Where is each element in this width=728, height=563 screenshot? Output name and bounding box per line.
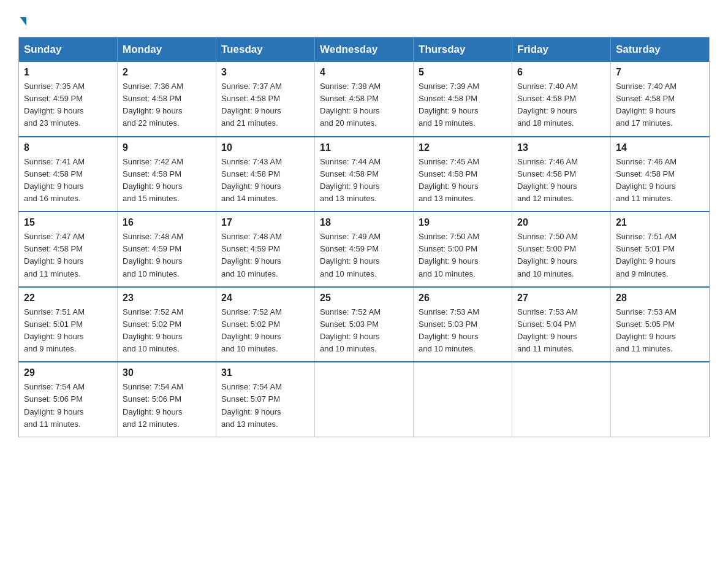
header-row: Sunday Monday Tuesday Wednesday Thursday… — [19, 37, 710, 63]
day-info: Sunrise: 7:35 AMSunset: 4:59 PMDaylight:… — [24, 80, 112, 130]
calendar-cell — [414, 362, 512, 437]
day-info: Sunrise: 7:46 AMSunset: 4:58 PMDaylight:… — [616, 156, 704, 205]
day-info: Sunrise: 7:36 AMSunset: 4:58 PMDaylight:… — [123, 80, 211, 130]
calendar-cell: 22 Sunrise: 7:51 AMSunset: 5:01 PMDaylig… — [19, 287, 118, 362]
day-info: Sunrise: 7:37 AMSunset: 4:58 PMDaylight:… — [221, 80, 309, 130]
calendar-cell — [512, 362, 611, 437]
calendar-cell — [315, 362, 414, 437]
day-info: Sunrise: 7:43 AMSunset: 4:58 PMDaylight:… — [221, 156, 309, 205]
calendar-cell: 2 Sunrise: 7:36 AMSunset: 4:58 PMDayligh… — [118, 62, 216, 137]
day-info: Sunrise: 7:39 AMSunset: 4:58 PMDaylight:… — [419, 80, 507, 130]
calendar-cell: 18 Sunrise: 7:49 AMSunset: 4:59 PMDaylig… — [315, 212, 414, 287]
day-info: Sunrise: 7:51 AMSunset: 5:01 PMDaylight:… — [24, 306, 112, 356]
day-number: 15 — [24, 217, 112, 228]
day-number: 18 — [320, 217, 408, 228]
day-number: 30 — [123, 367, 211, 378]
calendar-cell: 14 Sunrise: 7:46 AMSunset: 4:58 PMDaylig… — [611, 137, 710, 212]
day-info: Sunrise: 7:51 AMSunset: 5:01 PMDaylight:… — [616, 231, 704, 280]
calendar-cell: 15 Sunrise: 7:47 AMSunset: 4:58 PMDaylig… — [19, 212, 118, 287]
calendar-cell: 27 Sunrise: 7:53 AMSunset: 5:04 PMDaylig… — [512, 287, 611, 362]
calendar-cell: 26 Sunrise: 7:53 AMSunset: 5:03 PMDaylig… — [414, 287, 512, 362]
logo-arrow-icon — [20, 17, 26, 26]
day-number: 4 — [320, 67, 408, 78]
calendar-cell: 24 Sunrise: 7:52 AMSunset: 5:02 PMDaylig… — [216, 287, 315, 362]
day-number: 10 — [221, 142, 309, 153]
day-number: 6 — [517, 67, 605, 78]
logo — [18, 12, 26, 26]
calendar-cell: 19 Sunrise: 7:50 AMSunset: 5:00 PMDaylig… — [414, 212, 512, 287]
day-info: Sunrise: 7:40 AMSunset: 4:58 PMDaylight:… — [616, 80, 704, 130]
calendar-cell: 1 Sunrise: 7:35 AMSunset: 4:59 PMDayligh… — [19, 62, 118, 137]
calendar-cell: 28 Sunrise: 7:53 AMSunset: 5:05 PMDaylig… — [611, 287, 710, 362]
day-info: Sunrise: 7:52 AMSunset: 5:03 PMDaylight:… — [320, 306, 408, 356]
day-info: Sunrise: 7:47 AMSunset: 4:58 PMDaylight:… — [24, 231, 112, 280]
day-number: 24 — [221, 293, 309, 304]
calendar-cell: 13 Sunrise: 7:46 AMSunset: 4:58 PMDaylig… — [512, 137, 611, 212]
calendar-cell: 3 Sunrise: 7:37 AMSunset: 4:58 PMDayligh… — [216, 62, 315, 137]
day-number: 14 — [616, 142, 704, 153]
calendar-cell: 6 Sunrise: 7:40 AMSunset: 4:58 PMDayligh… — [512, 62, 611, 137]
day-number: 29 — [24, 367, 112, 378]
day-info: Sunrise: 7:53 AMSunset: 5:04 PMDaylight:… — [517, 306, 605, 356]
calendar-cell: 11 Sunrise: 7:44 AMSunset: 4:58 PMDaylig… — [315, 137, 414, 212]
page-header — [18, 12, 710, 26]
day-info: Sunrise: 7:44 AMSunset: 4:58 PMDaylight:… — [320, 156, 408, 205]
day-info: Sunrise: 7:54 AMSunset: 5:07 PMDaylight:… — [221, 381, 309, 431]
day-number: 5 — [419, 67, 507, 78]
day-info: Sunrise: 7:46 AMSunset: 4:58 PMDaylight:… — [517, 156, 605, 205]
day-info: Sunrise: 7:50 AMSunset: 5:00 PMDaylight:… — [517, 231, 605, 280]
day-info: Sunrise: 7:42 AMSunset: 4:58 PMDaylight:… — [123, 156, 211, 205]
day-number: 1 — [24, 67, 112, 78]
calendar-cell: 9 Sunrise: 7:42 AMSunset: 4:58 PMDayligh… — [118, 137, 216, 212]
day-number: 17 — [221, 217, 309, 228]
day-info: Sunrise: 7:53 AMSunset: 5:03 PMDaylight:… — [419, 306, 507, 356]
day-number: 21 — [616, 217, 704, 228]
day-number: 8 — [24, 142, 112, 153]
calendar-header: Sunday Monday Tuesday Wednesday Thursday… — [19, 37, 710, 63]
calendar-cell: 17 Sunrise: 7:48 AMSunset: 4:59 PMDaylig… — [216, 212, 315, 287]
calendar-cell: 7 Sunrise: 7:40 AMSunset: 4:58 PMDayligh… — [611, 62, 710, 137]
calendar-week-row: 22 Sunrise: 7:51 AMSunset: 5:01 PMDaylig… — [19, 287, 710, 362]
day-number: 12 — [419, 142, 507, 153]
calendar-cell: 25 Sunrise: 7:52 AMSunset: 5:03 PMDaylig… — [315, 287, 414, 362]
day-number: 19 — [419, 217, 507, 228]
calendar-week-row: 8 Sunrise: 7:41 AMSunset: 4:58 PMDayligh… — [19, 137, 710, 212]
col-friday: Friday — [512, 37, 611, 63]
day-info: Sunrise: 7:49 AMSunset: 4:59 PMDaylight:… — [320, 231, 408, 280]
day-number: 13 — [517, 142, 605, 153]
calendar-week-row: 15 Sunrise: 7:47 AMSunset: 4:58 PMDaylig… — [19, 212, 710, 287]
day-info: Sunrise: 7:54 AMSunset: 5:06 PMDaylight:… — [123, 381, 211, 431]
day-number: 28 — [616, 293, 704, 304]
calendar-cell: 31 Sunrise: 7:54 AMSunset: 5:07 PMDaylig… — [216, 362, 315, 437]
calendar-cell: 10 Sunrise: 7:43 AMSunset: 4:58 PMDaylig… — [216, 137, 315, 212]
col-sunday: Sunday — [19, 37, 118, 63]
day-info: Sunrise: 7:50 AMSunset: 5:00 PMDaylight:… — [419, 231, 507, 280]
day-number: 9 — [123, 142, 211, 153]
calendar-week-row: 1 Sunrise: 7:35 AMSunset: 4:59 PMDayligh… — [19, 62, 710, 137]
col-tuesday: Tuesday — [216, 37, 315, 63]
day-info: Sunrise: 7:52 AMSunset: 5:02 PMDaylight:… — [221, 306, 309, 356]
day-number: 7 — [616, 67, 704, 78]
day-info: Sunrise: 7:45 AMSunset: 4:58 PMDaylight:… — [419, 156, 507, 205]
day-info: Sunrise: 7:38 AMSunset: 4:58 PMDaylight:… — [320, 80, 408, 130]
calendar-cell: 5 Sunrise: 7:39 AMSunset: 4:58 PMDayligh… — [414, 62, 512, 137]
day-info: Sunrise: 7:48 AMSunset: 4:59 PMDaylight:… — [221, 231, 309, 280]
calendar-cell: 21 Sunrise: 7:51 AMSunset: 5:01 PMDaylig… — [611, 212, 710, 287]
day-number: 23 — [123, 293, 211, 304]
calendar-cell: 16 Sunrise: 7:48 AMSunset: 4:59 PMDaylig… — [118, 212, 216, 287]
calendar-cell: 29 Sunrise: 7:54 AMSunset: 5:06 PMDaylig… — [19, 362, 118, 437]
calendar-cell: 4 Sunrise: 7:38 AMSunset: 4:58 PMDayligh… — [315, 62, 414, 137]
calendar-cell: 12 Sunrise: 7:45 AMSunset: 4:58 PMDaylig… — [414, 137, 512, 212]
day-number: 31 — [221, 367, 309, 378]
day-number: 11 — [320, 142, 408, 153]
day-info: Sunrise: 7:54 AMSunset: 5:06 PMDaylight:… — [24, 381, 112, 431]
col-thursday: Thursday — [414, 37, 512, 63]
day-info: Sunrise: 7:41 AMSunset: 4:58 PMDaylight:… — [24, 156, 112, 205]
day-info: Sunrise: 7:53 AMSunset: 5:05 PMDaylight:… — [616, 306, 704, 356]
day-number: 22 — [24, 293, 112, 304]
day-info: Sunrise: 7:40 AMSunset: 4:58 PMDaylight:… — [517, 80, 605, 130]
day-number: 26 — [419, 293, 507, 304]
col-monday: Monday — [118, 37, 216, 63]
col-saturday: Saturday — [611, 37, 710, 63]
calendar-week-row: 29 Sunrise: 7:54 AMSunset: 5:06 PMDaylig… — [19, 362, 710, 437]
